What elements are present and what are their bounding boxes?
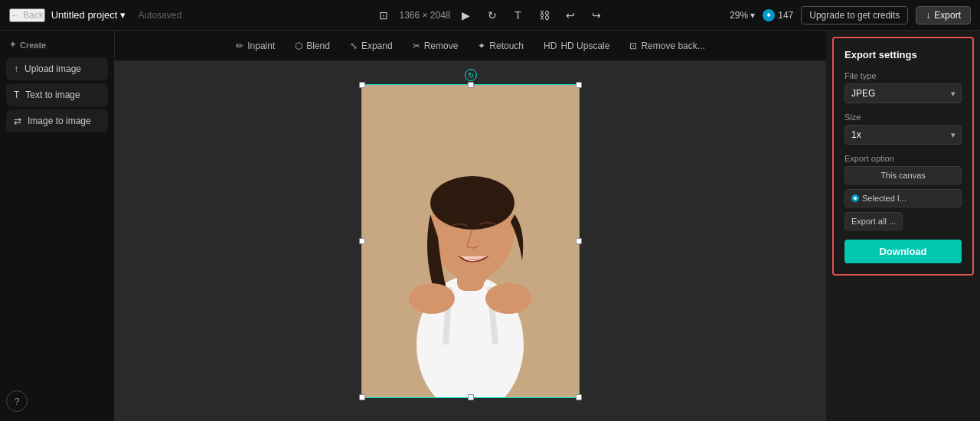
image-to-image-label: Image to image: [28, 116, 91, 126]
topbar-right: 29% ▾ ✦ 147 Upgrade to get credits ↓ Exp…: [613, 6, 971, 24]
image-to-image-icon: ⇄: [14, 116, 21, 126]
inpaint-label: Inpaint: [247, 41, 275, 51]
size-label: Size: [844, 113, 962, 122]
chevron-down-icon: ▾: [750, 10, 755, 21]
credits-badge: ✦ 147: [763, 9, 793, 21]
file-type-select[interactable]: JPEG PNG WebP: [844, 83, 962, 103]
zoom-value: 29%: [730, 10, 748, 21]
remove-label: Remove: [424, 41, 459, 51]
inpaint-icon: ✏: [236, 41, 243, 51]
retouch-tool[interactable]: ✦ Retouch: [469, 36, 532, 56]
fit-screen-icon[interactable]: ⊡: [373, 5, 394, 26]
remove-background-tool[interactable]: ⊡ Remove back...: [621, 36, 713, 56]
back-button[interactable]: ← Back: [9, 8, 45, 22]
selected-image-label: Selected I...: [862, 194, 906, 203]
retouch-label: Retouch: [489, 41, 524, 51]
export-all-button[interactable]: Export all ...: [844, 212, 903, 230]
sidebar-item-upload-image[interactable]: ↑ Upload image: [6, 57, 108, 80]
sidebar-item-text-to-image[interactable]: T Text to image: [6, 83, 108, 106]
project-name[interactable]: Untitled project ▾: [51, 9, 126, 21]
sidebar-create-header: ✦ Create: [6, 40, 108, 50]
text-to-image-label: Text to image: [25, 90, 80, 100]
chevron-down-icon: ▾: [120, 9, 126, 21]
size-section: Size 0.5x 1x 2x 4x: [844, 113, 962, 145]
blend-tool[interactable]: ⬡ Blend: [286, 36, 338, 56]
sidebar-item-image-to-image[interactable]: ⇄ Image to image: [6, 109, 108, 132]
svg-point-4: [430, 176, 514, 230]
help-button[interactable]: ?: [6, 390, 28, 412]
expand-tool[interactable]: ⤡ Expand: [341, 36, 401, 56]
canvas-container: ↻: [361, 84, 580, 398]
credits-count: 147: [778, 10, 793, 21]
expand-icon: ⤡: [350, 41, 358, 51]
this-canvas-button[interactable]: This canvas: [844, 166, 962, 184]
topbar-center: ⊡ 1366 × 2048 ▶ ↻ T ⛓ ↩ ↪: [373, 5, 606, 26]
upgrade-button[interactable]: Upgrade to get credits: [801, 6, 908, 24]
topbar: ← Back Untitled project ▾ Autosaved ⊡ 13…: [0, 0, 980, 31]
remove-icon: ✂: [413, 41, 420, 51]
redo-icon[interactable]: ↪: [586, 5, 607, 26]
size-select-wrapper: 0.5x 1x 2x 4x: [844, 125, 962, 145]
export-option-row: This canvas Selected I...: [844, 166, 962, 207]
upload-image-label: Upload image: [24, 64, 81, 74]
rotate-handle[interactable]: ↻: [465, 69, 477, 81]
expand-label: Expand: [361, 41, 393, 51]
export-button[interactable]: ↓ Export: [916, 6, 971, 24]
undo-icon[interactable]: ↩: [560, 5, 581, 26]
export-panel: Export settings File type JPEG PNG WebP …: [832, 37, 974, 276]
back-arrow-icon: ←: [11, 10, 20, 21]
link-icon[interactable]: ⛓: [534, 5, 555, 26]
back-label: Back: [23, 10, 44, 21]
file-type-select-wrapper: JPEG PNG WebP: [844, 83, 962, 103]
zoom-control[interactable]: 29% ▾: [730, 10, 755, 21]
credits-icon: ✦: [763, 9, 775, 21]
create-label: Create: [20, 41, 46, 50]
hd-upscale-icon: HD: [544, 41, 557, 51]
project-name-text: Untitled project: [51, 9, 118, 21]
canvas-area[interactable]: ↻: [115, 61, 826, 421]
export-panel-title: Export settings: [844, 49, 962, 60]
refresh-icon[interactable]: ↻: [482, 5, 503, 26]
canvas-area-wrapper: ✏ Inpaint ⬡ Blend ⤡ Expand ✂ Remove ✦ Re…: [115, 31, 826, 421]
topbar-left: ← Back Untitled project ▾ Autosaved: [9, 8, 367, 22]
remove-background-label: Remove back...: [641, 41, 704, 51]
retouch-icon: ✦: [478, 41, 485, 51]
remove-background-icon: ⊡: [629, 41, 637, 51]
svg-point-6: [485, 283, 531, 314]
hd-upscale-tool[interactable]: HD HD Upscale: [535, 36, 618, 56]
export-option-label: Export option: [844, 154, 962, 163]
text-icon[interactable]: T: [508, 5, 529, 26]
blend-label: Blend: [306, 41, 330, 51]
export-label: Export: [934, 10, 961, 21]
blend-icon: ⬡: [295, 41, 302, 51]
selected-image-button[interactable]: Selected I...: [844, 189, 962, 207]
sidebar: ✦ Create ↑ Upload image T Text to image …: [0, 31, 115, 421]
radio-selected-icon: [851, 194, 859, 202]
canvas-size-label: 1366 × 2048: [399, 10, 450, 21]
autosaved-label: Autosaved: [138, 10, 181, 21]
play-icon[interactable]: ▶: [456, 5, 477, 26]
download-button[interactable]: Download: [844, 240, 962, 263]
remove-tool[interactable]: ✂ Remove: [404, 36, 467, 56]
image-canvas: [361, 84, 580, 398]
toolbar: ✏ Inpaint ⬡ Blend ⤡ Expand ✂ Remove ✦ Re…: [115, 31, 826, 61]
hd-upscale-label: HD Upscale: [560, 41, 609, 51]
person-image: [361, 84, 580, 398]
size-select[interactable]: 0.5x 1x 2x 4x: [844, 125, 962, 145]
file-type-section: File type JPEG PNG WebP: [844, 71, 962, 103]
upload-icon: ↑: [14, 64, 18, 74]
svg-point-5: [409, 283, 455, 314]
text-to-image-icon: T: [14, 90, 19, 100]
export-option-section: Export option This canvas Selected I... …: [844, 154, 962, 230]
file-type-label: File type: [844, 71, 962, 80]
create-icon: ✦: [9, 40, 16, 50]
main-content: ✦ Create ↑ Upload image T Text to image …: [0, 31, 980, 421]
sidebar-footer: ?: [6, 390, 108, 412]
download-icon: ↓: [926, 10, 930, 21]
inpaint-tool[interactable]: ✏ Inpaint: [227, 36, 283, 56]
